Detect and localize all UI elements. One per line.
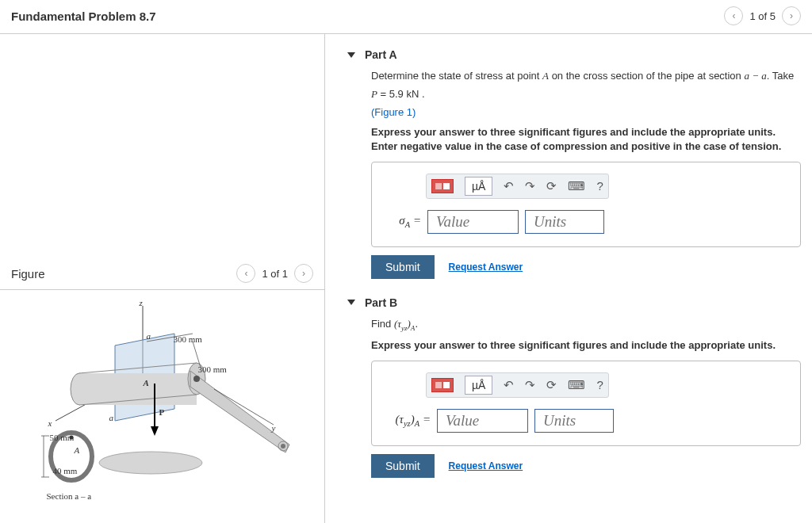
ring-a-label: A [75,445,80,455]
undo-icon[interactable]: ↶ [504,179,514,193]
part-b-instructions: Express your answer to three significant… [371,338,801,353]
template-button[interactable] [431,179,454,193]
right-column: Part A Determine the state of stress at … [325,34,812,523]
figure-diagram: z x y a a A P 300 mm 300 mm 50 mm 40 mm … [20,298,305,512]
redo-icon[interactable]: ↷ [525,378,535,392]
dim-300-a: 300 mm [174,334,202,344]
part-a-title: Part A [365,48,397,61]
page-indicator: 1 of 5 [749,10,776,22]
part-b-answer-row: (τyz)A = [386,409,786,433]
keyboard-icon[interactable]: ⌨ [568,179,585,193]
header-nav: ‹ 1 of 5 › [724,6,801,25]
svg-point-9 [193,376,200,382]
svg-marker-13 [151,426,159,436]
part-b-find: Find (τyz)A. [371,317,801,334]
part-b-answer-label: (τyz)A = [386,413,431,428]
dim-50: 50 mm [50,433,75,442]
figure-title: Figure [11,267,45,281]
undo-icon[interactable]: ↶ [504,378,514,392]
part-b-units-input[interactable] [534,409,614,433]
units-picker-button[interactable]: µÅ [465,376,492,395]
part-a-units-input[interactable] [525,210,604,234]
svg-point-11 [281,444,285,449]
section-caption: Section a – a [47,491,92,501]
help-icon[interactable]: ? [596,378,603,391]
svg-marker-8 [190,371,289,452]
figure-svg [20,298,305,512]
figure-1-link[interactable]: (Figure 1) [371,106,416,118]
dim-40: 40 mm [53,466,78,475]
part-a-instructions: Express your answer to three significant… [371,125,801,154]
next-problem-button[interactable]: › [782,6,801,25]
force-p-label: P [159,407,165,417]
figure-page-indicator: 1 of 1 [262,268,288,280]
part-b-answer-panel: µÅ ↶ ↷ ⟳ ⌨ ? (τyz)A = [371,361,801,446]
problem-title: Fundamental Problem 8.7 [11,10,156,23]
caret-down-icon [347,52,355,58]
units-picker-button[interactable]: µÅ [465,177,492,196]
part-b-toolbar: µÅ ↶ ↷ ⟳ ⌨ ? [426,372,609,398]
part-a-request-answer-link[interactable]: Request Answer [449,262,523,273]
part-a-prompt: Determine the state of stress at point A… [371,69,801,84]
chevron-left-icon: ‹ [244,268,247,279]
keyboard-icon[interactable]: ⌨ [568,378,585,392]
part-a-buttons: Submit Request Answer [371,255,801,279]
prev-figure-button[interactable]: ‹ [236,264,255,283]
part-a-submit-button[interactable]: Submit [371,255,435,279]
part-b-buttons: Submit Request Answer [371,454,801,478]
section-a-bottom-label: a [109,413,114,422]
part-a-answer-panel: µÅ ↶ ↷ ⟳ ⌨ ? σA = [371,162,801,247]
caret-down-icon [347,300,355,305]
chevron-left-icon: ‹ [732,10,735,21]
part-b-title: Part B [365,296,397,309]
axis-y-label: y [272,423,276,433]
figure-nav: ‹ 1 of 1 › [236,264,313,283]
axis-z-label: z [140,298,143,307]
reset-icon[interactable]: ⟳ [546,378,557,392]
main-content: Figure ‹ 1 of 1 › [0,34,812,523]
figure-1-link-row: (Figure 1) [371,105,801,120]
section-a-top-label: a [147,331,151,341]
reset-icon[interactable]: ⟳ [546,179,557,193]
page-header: Fundamental Problem 8.7 ‹ 1 of 5 › [0,0,812,34]
part-b-header[interactable]: Part B [347,296,801,309]
dim-300-b: 300 mm [198,365,227,374]
figure-header: Figure ‹ 1 of 1 › [0,264,324,290]
part-b-submit-button[interactable]: Submit [371,454,435,478]
svg-point-22 [99,452,202,474]
help-icon[interactable]: ? [596,179,603,193]
part-a-header[interactable]: Part A [347,48,801,61]
part-a-value-input[interactable] [427,210,519,234]
left-column: Figure ‹ 1 of 1 › [0,34,325,523]
part-a-body: Determine the state of stress at point A… [347,69,801,279]
part-a-toolbar: µÅ ↶ ↷ ⟳ ⌨ ? [426,174,609,199]
chevron-right-icon: › [302,268,305,279]
part-a-answer-row: σA = [386,210,786,234]
part-b-body: Find (τyz)A. Express your answer to thre… [347,317,801,478]
redo-icon[interactable]: ↷ [525,179,535,193]
next-figure-button[interactable]: › [294,264,313,283]
part-a-p-line: P = 5.9 kN . [371,87,801,102]
part-a-answer-label: σA = [386,214,421,229]
template-button[interactable] [431,378,454,392]
point-a-label: A [144,378,149,387]
part-b-value-input[interactable] [437,409,528,433]
prev-problem-button[interactable]: ‹ [724,6,743,25]
chevron-right-icon: › [790,10,793,21]
part-b-request-answer-link[interactable]: Request Answer [449,460,523,471]
axis-x-label: x [48,418,52,428]
